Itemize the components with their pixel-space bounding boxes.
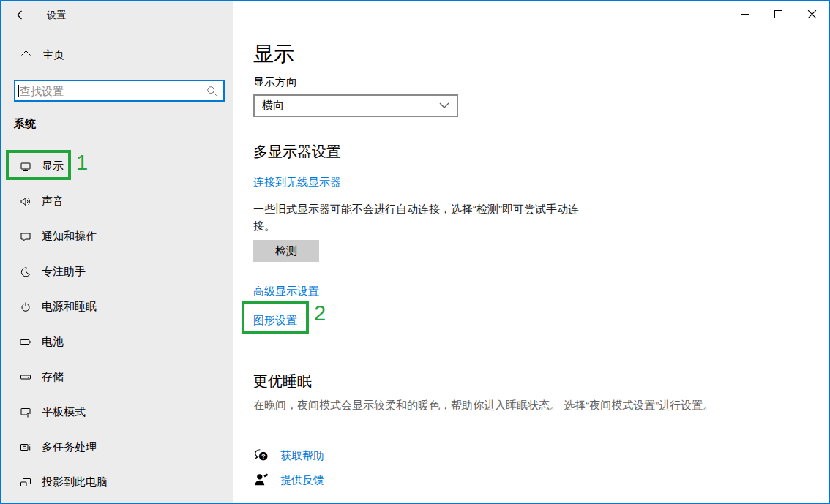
orientation-label: 显示方向	[253, 75, 297, 89]
drive-icon	[20, 371, 31, 383]
sidebar-item-label: 主页	[42, 48, 64, 62]
sleep-better-description: 在晚间，夜间模式会显示较柔和的暖色，帮助你进入睡眠状态。 选择“夜间模式设置”进…	[253, 396, 736, 413]
multi-display-heading: 多显示器设置	[253, 142, 341, 162]
sidebar-item-power-sleep[interactable]: 电源和睡眠	[1, 289, 233, 324]
back-arrow-icon	[16, 10, 29, 20]
home-icon	[20, 49, 32, 61]
minimize-button[interactable]	[728, 1, 761, 26]
speaker-icon	[20, 195, 31, 207]
settings-window: 设置 主页 系统 显示	[0, 0, 830, 504]
help-bubble-icon: ?	[253, 448, 269, 464]
maximize-icon	[774, 10, 782, 18]
search-box[interactable]	[14, 80, 225, 102]
orientation-dropdown[interactable]: 横向	[253, 94, 458, 117]
chevron-down-icon	[439, 102, 449, 109]
orientation-selected-value: 横向	[262, 99, 284, 113]
advanced-display-link[interactable]: 高级显示设置	[253, 285, 319, 298]
graphics-settings-link[interactable]: 图形设置	[253, 314, 297, 328]
sidebar-item-storage[interactable]: 存储	[1, 359, 233, 394]
sidebar: 设置 主页 系统 显示	[1, 1, 233, 503]
sidebar-item-label: 通知和操作	[42, 230, 97, 244]
back-button[interactable]	[12, 6, 32, 23]
chat-bubble-icon	[20, 230, 31, 242]
sidebar-item-focus-assist[interactable]: 专注助手	[1, 254, 233, 289]
give-feedback-link[interactable]: 提供反馈	[253, 472, 324, 488]
multitask-icon	[20, 441, 31, 453]
sidebar-item-sound[interactable]: 声音	[1, 184, 233, 219]
sidebar-item-label: 平板模式	[42, 405, 86, 419]
get-help-link[interactable]: ? 获取帮助	[253, 448, 324, 464]
crescent-moon-icon	[20, 266, 31, 277]
sidebar-item-notifications[interactable]: 通知和操作	[1, 219, 233, 254]
sleep-better-heading: 更优睡眠	[253, 372, 312, 391]
main-panel: 显示 显示方向 横向 多显示器设置 连接到无线显示器 一些旧式显示器可能不会进行…	[233, 1, 829, 503]
sidebar-item-display[interactable]: 显示	[1, 148, 233, 184]
sidebar-item-label: 电池	[42, 335, 64, 349]
sidebar-item-label: 存储	[42, 370, 64, 384]
page-title: 显示	[253, 40, 294, 68]
sidebar-item-projecting[interactable]: 投影到此电脑	[1, 464, 233, 500]
monitor-icon	[20, 160, 31, 172]
sidebar-item-multitasking[interactable]: 多任务处理	[1, 429, 233, 464]
sidebar-item-label: 电源和睡眠	[42, 300, 97, 314]
feedback-person-icon	[253, 472, 269, 488]
power-icon	[20, 301, 31, 312]
sidebar-item-home[interactable]: 主页	[1, 42, 233, 67]
give-feedback-label: 提供反馈	[280, 473, 324, 487]
detect-button[interactable]: 检测	[253, 240, 319, 262]
close-icon	[807, 10, 817, 19]
app-title: 设置	[47, 9, 66, 22]
window-controls	[728, 1, 829, 26]
maximize-button[interactable]	[761, 1, 795, 26]
minimize-icon	[741, 14, 749, 15]
sidebar-nav: 显示 声音 通知和操作 专注助手	[1, 148, 233, 500]
close-button[interactable]	[795, 1, 829, 26]
search-input[interactable]	[19, 85, 206, 97]
search-icon[interactable]	[206, 86, 217, 97]
get-help-label: 获取帮助	[280, 449, 324, 463]
multi-display-description: 一些旧式显示器可能不会进行自动连接，选择“检测”即可尝试手动连接。	[253, 200, 597, 234]
sidebar-section-system: 系统	[14, 117, 36, 131]
sidebar-item-tablet-mode[interactable]: 平板模式	[1, 394, 233, 429]
wireless-display-link[interactable]: 连接到无线显示器	[253, 176, 341, 189]
sidebar-item-label: 声音	[42, 195, 64, 208]
project-icon	[20, 476, 31, 488]
svg-text:?: ?	[261, 453, 266, 460]
sidebar-item-label: 多任务处理	[42, 440, 97, 454]
battery-icon	[20, 336, 31, 347]
sidebar-item-label: 投影到此电脑	[42, 475, 108, 489]
sidebar-item-battery[interactable]: 电池	[1, 324, 233, 359]
tablet-icon	[20, 406, 31, 418]
sidebar-item-label: 显示	[42, 159, 64, 173]
sidebar-item-label: 专注助手	[42, 265, 86, 279]
